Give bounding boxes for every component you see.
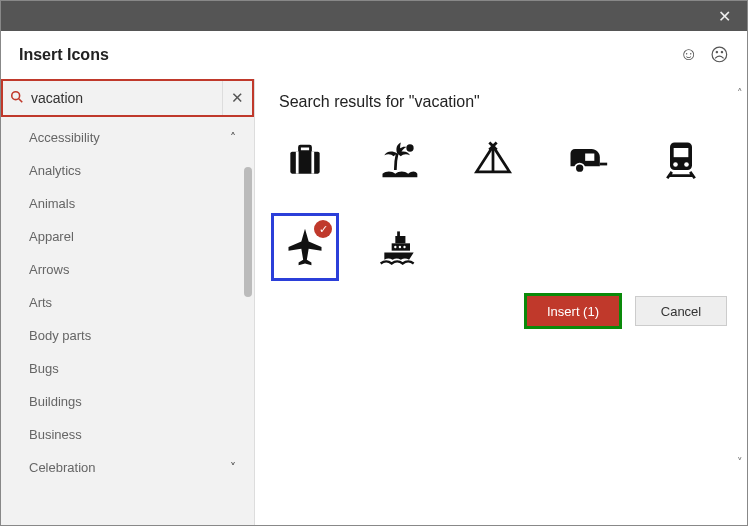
results-heading: Search results for "vacation" bbox=[255, 79, 747, 121]
search-input[interactable] bbox=[31, 86, 222, 110]
category-label: Celebration bbox=[29, 460, 96, 475]
svg-rect-8 bbox=[585, 154, 594, 161]
svg-point-7 bbox=[575, 164, 584, 173]
category-label: Business bbox=[29, 427, 82, 442]
sidebar-item-bugs[interactable]: Bugs bbox=[1, 352, 254, 385]
train-icon[interactable] bbox=[647, 125, 715, 193]
icon-grid: ✓ bbox=[255, 121, 747, 285]
titlebar: ✕ bbox=[1, 1, 747, 31]
category-label: Buildings bbox=[29, 394, 82, 409]
smile-feedback-icon[interactable]: ☺ bbox=[680, 44, 698, 66]
category-label: Animals bbox=[29, 196, 75, 211]
cancel-button[interactable]: Cancel bbox=[635, 296, 727, 326]
suitcase-icon[interactable] bbox=[271, 125, 339, 193]
selected-check-icon: ✓ bbox=[314, 220, 332, 238]
chevron-up-icon: ˄ bbox=[230, 131, 236, 145]
clear-search-button[interactable]: ✕ bbox=[222, 81, 252, 115]
insert-button[interactable]: Insert (1) bbox=[527, 296, 619, 326]
sidebar-item-arrows[interactable]: Arrows bbox=[1, 253, 254, 286]
frown-feedback-icon[interactable]: ☹ bbox=[710, 44, 729, 66]
category-label: Accessibility bbox=[29, 130, 100, 145]
results-area: ˄ Search results for "vacation" bbox=[255, 79, 747, 525]
svg-point-19 bbox=[403, 246, 405, 248]
palm-beach-icon[interactable] bbox=[365, 125, 433, 193]
sidebar-item-accessibility[interactable]: Accessibility ˄ bbox=[1, 121, 254, 154]
category-label: Bugs bbox=[29, 361, 59, 376]
svg-rect-2 bbox=[290, 152, 319, 174]
sidebar-item-body-parts[interactable]: Body parts bbox=[1, 319, 254, 352]
svg-point-6 bbox=[406, 144, 413, 151]
camper-icon[interactable] bbox=[553, 125, 621, 193]
scroll-down-icon[interactable]: ˅ bbox=[737, 456, 743, 469]
category-label: Analytics bbox=[29, 163, 81, 178]
dialog-header: Insert Icons ☺ ☹ bbox=[1, 31, 747, 79]
svg-point-17 bbox=[394, 246, 396, 248]
sidebar-item-business[interactable]: Business bbox=[1, 418, 254, 451]
svg-rect-11 bbox=[674, 148, 689, 157]
cruise-ship-icon[interactable] bbox=[365, 213, 433, 281]
dialog-footer: Insert (1) Cancel bbox=[255, 285, 747, 337]
sidebar-item-buildings[interactable]: Buildings bbox=[1, 385, 254, 418]
insert-icons-dialog: ✕ Insert Icons ☺ ☹ ✕ Accessibility ˄ Ana bbox=[0, 0, 748, 526]
sidebar-item-celebration[interactable]: Celebration ˅ bbox=[1, 451, 254, 484]
scroll-up-icon[interactable]: ˄ bbox=[737, 87, 743, 100]
sidebar-item-animals[interactable]: Animals bbox=[1, 187, 254, 220]
svg-rect-9 bbox=[600, 163, 607, 166]
svg-point-12 bbox=[673, 162, 678, 167]
sidebar-item-analytics[interactable]: Analytics bbox=[1, 154, 254, 187]
category-label: Arrows bbox=[29, 262, 69, 277]
svg-rect-5 bbox=[311, 152, 314, 174]
sidebar-item-arts[interactable]: Arts bbox=[1, 286, 254, 319]
svg-rect-15 bbox=[395, 236, 405, 243]
svg-rect-4 bbox=[296, 152, 299, 174]
close-icon[interactable]: ✕ bbox=[709, 7, 739, 26]
category-list[interactable]: Accessibility ˄ Analytics Animals Appare… bbox=[1, 121, 254, 525]
sidebar-scrollbar[interactable] bbox=[244, 167, 252, 297]
svg-line-1 bbox=[19, 98, 23, 102]
category-label: Arts bbox=[29, 295, 52, 310]
tent-icon[interactable] bbox=[459, 125, 527, 193]
svg-point-18 bbox=[399, 246, 401, 248]
dialog-title: Insert Icons bbox=[19, 46, 109, 64]
category-label: Apparel bbox=[29, 229, 74, 244]
dialog-body: ✕ Accessibility ˄ Analytics Animals Appa… bbox=[1, 79, 747, 525]
chevron-down-icon: ˅ bbox=[230, 461, 236, 475]
search-icon bbox=[3, 90, 31, 107]
svg-rect-3 bbox=[300, 146, 311, 152]
sidebar-item-apparel[interactable]: Apparel bbox=[1, 220, 254, 253]
sidebar: ✕ Accessibility ˄ Analytics Animals Appa… bbox=[1, 79, 255, 525]
svg-point-13 bbox=[684, 162, 689, 167]
search-box: ✕ bbox=[1, 79, 254, 117]
airplane-icon[interactable]: ✓ bbox=[271, 213, 339, 281]
category-label: Body parts bbox=[29, 328, 91, 343]
feedback-group: ☺ ☹ bbox=[680, 44, 729, 66]
svg-rect-16 bbox=[397, 231, 400, 236]
svg-point-0 bbox=[12, 91, 20, 99]
